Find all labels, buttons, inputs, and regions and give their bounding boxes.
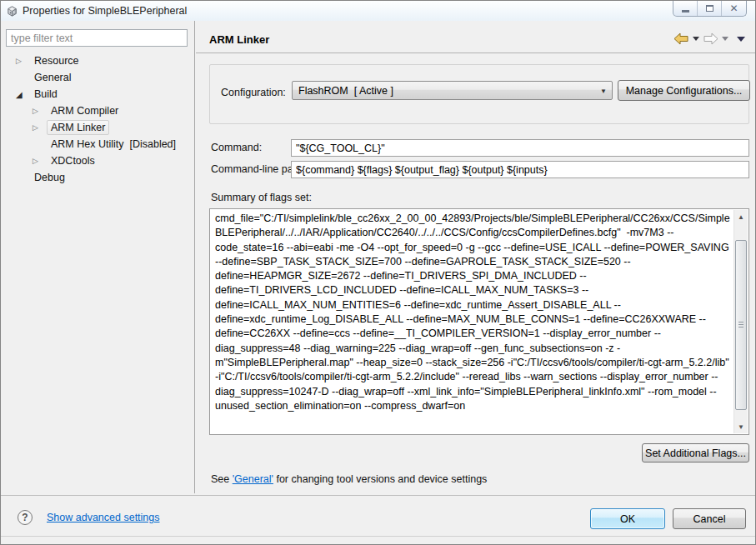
titlebar[interactable]: Properties for SimpleBLEPeripheral ✕ <box>1 1 755 21</box>
flags-summary-box[interactable]: cmd_file="C:/TI/simplelink/ble_cc26xx_2_… <box>209 208 749 435</box>
tree-item-label: ARM Compiler <box>47 103 123 118</box>
maximize-icon <box>706 5 713 12</box>
manage-configurations-button[interactable]: Manage Configurations... <box>618 80 750 101</box>
tree-item-label: Resource <box>30 53 83 68</box>
sidebar-item-arm-compiler[interactable]: ▷ ARM Compiler <box>1 102 193 119</box>
configuration-label: Configuration: <box>221 83 286 102</box>
command-line-pattern-input[interactable] <box>291 161 749 178</box>
chevron-expanded-icon[interactable]: ◢ <box>16 90 30 99</box>
forward-dropdown-icon[interactable] <box>722 37 728 41</box>
window-bottom-edge <box>1 536 755 537</box>
tree-item-label: ARM Hex Utility [Disabled] <box>47 137 180 152</box>
close-icon: ✕ <box>729 3 738 13</box>
tree-item-label: XDCtools <box>47 153 99 168</box>
sidebar-item-general[interactable]: General <box>1 69 193 86</box>
command-label: Command: <box>211 139 262 157</box>
scroll-up-icon[interactable]: ▲ <box>734 210 748 223</box>
chevron-down-icon: ▼ <box>600 88 607 95</box>
back-icon[interactable] <box>673 32 689 45</box>
command-input[interactable] <box>291 139 749 157</box>
general-link[interactable]: 'General' <box>233 473 273 485</box>
tree-item-label: Debug <box>30 170 69 185</box>
window-controls: ✕ <box>673 1 747 17</box>
header-separator <box>196 52 755 53</box>
tree-item-label: ARM Linker <box>47 120 109 135</box>
flags-scrollbar[interactable]: ▲ ▼ <box>733 210 748 433</box>
properties-dialog: Properties for SimpleBLEPeripheral ✕ ▷ R… <box>0 0 756 545</box>
scrollbar-grip-icon <box>738 322 743 328</box>
window-title: Properties for SimpleBLEPeripheral <box>23 5 187 17</box>
app-icon <box>6 5 18 18</box>
tree-item-label: Build <box>30 87 62 102</box>
minimize-icon <box>682 10 689 12</box>
general-note: See 'General' for changing tool versions… <box>211 473 487 485</box>
help-button[interactable]: ? <box>18 510 33 525</box>
chevron-right-icon[interactable]: ▷ <box>33 123 47 132</box>
sidebar-item-resource[interactable]: ▷ Resource <box>1 52 193 69</box>
flags-summary-text: cmd_file="C:/TI/simplelink/ble_cc26xx_2_… <box>210 209 733 434</box>
sidebar: ▷ Resource General ◢ Build ▷ ARM Compile… <box>1 21 195 493</box>
help-icon: ? <box>22 512 28 523</box>
sidebar-item-build[interactable]: ◢ Build <box>1 86 193 102</box>
history-nav <box>673 32 745 45</box>
scrollbar-thumb[interactable] <box>735 240 747 410</box>
configuration-group: Configuration: FlashROM [ Active ] ▼ Man… <box>209 64 749 124</box>
set-additional-flags-button[interactable]: Set Additional Flags... <box>642 443 749 462</box>
cancel-button[interactable]: Cancel <box>673 508 746 529</box>
show-advanced-settings-link[interactable]: Show advanced settings <box>47 512 160 523</box>
note-prefix: See <box>211 473 233 485</box>
chevron-right-icon[interactable]: ▷ <box>33 107 47 115</box>
ok-button[interactable]: OK <box>590 508 665 529</box>
chevron-right-icon[interactable]: ▷ <box>16 57 30 65</box>
close-button[interactable]: ✕ <box>722 1 746 16</box>
minimize-button[interactable] <box>673 1 698 16</box>
maximize-button[interactable] <box>698 1 722 16</box>
forward-icon[interactable] <box>703 32 718 45</box>
tree-item-label: General <box>30 70 75 85</box>
properties-tree: ▷ Resource General ◢ Build ▷ ARM Compile… <box>1 52 193 186</box>
page-title: ARM Linker <box>209 33 269 46</box>
chevron-right-icon[interactable]: ▷ <box>33 157 47 165</box>
sidebar-item-arm-hex-utility[interactable]: ARM Hex Utility [Disabled] <box>1 136 193 152</box>
sidebar-item-arm-linker[interactable]: ▷ ARM Linker <box>1 119 193 136</box>
note-suffix: for changing tool versions and device se… <box>273 473 487 485</box>
sidebar-item-xdctools[interactable]: ▷ XDCtools <box>1 152 193 169</box>
flags-summary-label: Summary of flags set: <box>211 192 312 203</box>
configuration-select[interactable]: FlashROM [ Active ] ▼ <box>292 81 613 100</box>
view-menu-icon[interactable] <box>737 37 745 42</box>
back-dropdown-icon[interactable] <box>693 37 699 41</box>
scroll-down-icon[interactable]: ▼ <box>734 420 748 433</box>
dialog-footer: ? Show advanced settings OK Cancel <box>1 495 755 544</box>
filter-input[interactable] <box>6 29 188 47</box>
configuration-value: FlashROM [ Active ] <box>298 85 393 97</box>
sidebar-item-debug[interactable]: Debug <box>1 169 193 186</box>
